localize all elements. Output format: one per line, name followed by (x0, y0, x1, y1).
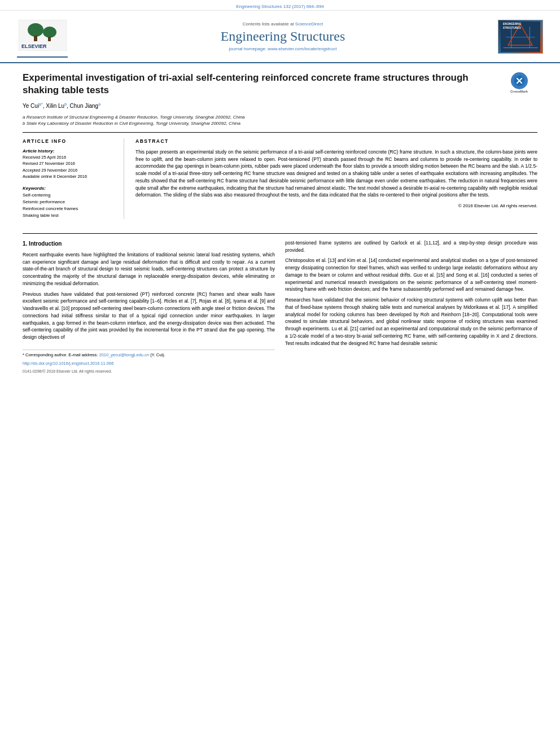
keywords-label: Keywords: (23, 186, 117, 191)
affiliation-a: a Research Institute of Structural Engin… (23, 114, 537, 120)
section1-title: 1. Introduction (23, 239, 275, 248)
body-col2-p1: post-tensioned frame systems are outline… (285, 239, 537, 254)
article-body: 1. Introduction Recent earthquake events… (0, 228, 560, 380)
author2-name: Xilin Lu (46, 103, 64, 110)
body-two-col: 1. Introduction Recent earthquake events… (23, 239, 537, 374)
journal-homepage: journal homepage: www.elsevier.com/locat… (68, 46, 498, 51)
copyright-line: © 2016 Elsevier Ltd. All rights reserved… (135, 203, 537, 208)
available-date: Available online 8 December 2016 (23, 174, 117, 180)
journal-cover-image: ENGINEERING STRUCTURES (498, 20, 543, 54)
footnote-asterisk: * Corresponding author. (23, 352, 67, 357)
svg-rect-2 (34, 36, 37, 41)
author3-name: Chun Jiang (70, 103, 99, 110)
keyword-3: Reinforced concrete frames (23, 206, 117, 212)
body-col-right: post-tensioned frame systems are outline… (285, 239, 537, 374)
body-col2-p2: Christopoulos et al. [13] and Kim et al.… (285, 257, 537, 293)
contents-label: Contents lists available at (243, 21, 294, 27)
keywords-section: Keywords: Self-centering Seismic perform… (23, 186, 117, 219)
journal-url: Engineering Structures 132 (2017) 684–69… (236, 4, 324, 9)
affiliation-b: b State Key Laboratory of Disaster Reduc… (23, 120, 537, 126)
keyword-4: Shaking table test (23, 212, 117, 219)
abstract-text: This paper presents an experimental stud… (135, 148, 537, 199)
svg-text:ENGINEERING: ENGINEERING (503, 23, 522, 25)
footnote-email-suffix: (Y. Cui). (150, 352, 165, 357)
article-info-heading: ARTICLE INFO (23, 138, 117, 144)
footnote-email[interactable]: 2010_yecui@tongji.edu.cn (99, 352, 150, 357)
footer-issn: 0141-0296/© 2016 Elsevier Ltd. All right… (23, 369, 275, 375)
journal-banner: ELSEVIER Contents lists available at Sci… (0, 11, 560, 63)
keyword-2: Seismic performance (23, 199, 117, 206)
abstract-heading: ABSTRACT (135, 138, 537, 144)
accepted-date: Accepted 29 November 2016 (23, 168, 117, 174)
body-col1-p2-text: Previous studies have validated that pos… (23, 291, 275, 340)
sciencedirect-line: Contents lists available at ScienceDirec… (68, 21, 498, 27)
homepage-url[interactable]: www.elsevier.com/locate/engstruct (268, 46, 336, 51)
article-info-column: ARTICLE INFO Article history: Received 2… (23, 138, 124, 219)
center-info: Contents lists available at ScienceDirec… (68, 21, 498, 51)
journal-title: Engineering Structures (68, 29, 498, 44)
crossmark: CrossMark (501, 72, 537, 94)
body-col2-p3: Researches have validated that the seism… (285, 296, 537, 347)
sciencedirect-link[interactable]: ScienceDirect (295, 21, 323, 27)
keyword-1: Self-centering (23, 192, 117, 199)
svg-rect-4 (48, 37, 51, 41)
svg-point-1 (28, 23, 43, 37)
history-label: Article history: (23, 148, 117, 154)
article-title-container: Experimental investigation of tri-axial … (23, 72, 537, 97)
article-title-text: Experimental investigation of tri-axial … (23, 72, 469, 95)
doi-link[interactable]: http://dx.doi.org/10.1016/j.engstruct.20… (23, 360, 275, 366)
footnote-section: * Corresponding author. E-mail address: … (23, 350, 275, 374)
authors-line: Ye Cuia*, Xilin Lub, Chun Jianga (23, 102, 537, 109)
crossmark-circle (511, 72, 528, 89)
journal-header: Engineering Structures 132 (2017) 684–69… (0, 0, 560, 11)
elsevier-graphic: ELSEVIER (19, 20, 67, 52)
info-abstract-row: ARTICLE INFO Article history: Received 2… (23, 132, 537, 219)
section-divider (23, 233, 537, 234)
elsevier-logo-container: ELSEVIER (17, 15, 68, 58)
author1-name: Ye Cui (23, 103, 39, 110)
footnote-corresponding: * Corresponding author. E-mail address: … (23, 352, 275, 359)
svg-text:ELSEVIER: ELSEVIER (21, 43, 47, 49)
body-col1-p2: Previous studies have validated that pos… (23, 291, 275, 341)
body-col1-p1: Recent earthquake events have highlighte… (23, 251, 275, 287)
footnote-email-label: E-mail address: (68, 352, 98, 357)
revised-date: Revised 27 November 2016 (23, 161, 117, 167)
affiliations: a Research Institute of Structural Engin… (23, 114, 537, 126)
svg-text:STRUCTURES: STRUCTURES (503, 27, 521, 29)
homepage-label: journal homepage: (229, 46, 266, 51)
crossmark-label: CrossMark (510, 90, 528, 94)
author3-sup: a (98, 102, 100, 106)
abstract-section: ABSTRACT This paper presents an experime… (135, 138, 537, 219)
article-main: Experimental investigation of tri-axial … (0, 63, 560, 228)
received-date: Received 25 April 2016 (23, 155, 117, 161)
body-col-left: 1. Introduction Recent earthquake events… (23, 239, 275, 374)
svg-point-3 (43, 27, 56, 38)
